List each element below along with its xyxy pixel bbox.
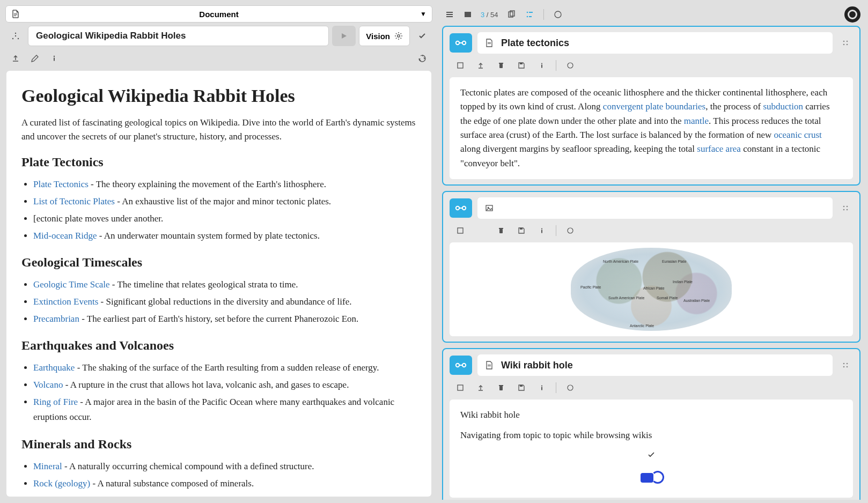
recycle-icon[interactable] xyxy=(561,380,580,395)
trash-icon[interactable] xyxy=(491,58,511,73)
document-content[interactable]: Geological Wikipedia Rabbit Holes A cura… xyxy=(6,71,431,497)
svg-rect-2 xyxy=(14,16,16,16)
info-icon[interactable] xyxy=(532,58,551,73)
svg-point-48 xyxy=(541,228,542,229)
recycle-icon[interactable] xyxy=(561,58,580,73)
edit-icon[interactable] xyxy=(26,49,44,68)
svg-rect-10 xyxy=(446,12,453,13)
svg-rect-17 xyxy=(529,12,533,13)
svg-rect-13 xyxy=(465,12,471,17)
svg-point-8 xyxy=(54,56,55,57)
checkbox-icon[interactable] xyxy=(451,58,470,73)
svg-rect-44 xyxy=(458,228,463,233)
card-title-bar[interactable]: Plate tectonics xyxy=(477,32,833,54)
confirm-button[interactable] xyxy=(413,26,431,46)
svg-rect-61 xyxy=(499,385,503,386)
svg-rect-64 xyxy=(541,387,542,390)
svg-point-43 xyxy=(847,209,848,211)
wiki-link[interactable]: Geologic Time Scale xyxy=(33,279,110,290)
drag-handle-icon[interactable] xyxy=(838,361,853,369)
checkbox-icon[interactable] xyxy=(451,223,470,238)
svg-rect-12 xyxy=(446,16,453,17)
right-toolbar: 3 / 54 xyxy=(438,3,865,26)
trash-icon[interactable] xyxy=(491,380,511,395)
section-heading: Geological Timescales xyxy=(21,255,416,270)
svg-rect-49 xyxy=(541,230,542,233)
upload-icon[interactable] xyxy=(6,49,25,68)
wiki-link[interactable]: Mineral xyxy=(33,461,62,471)
link-icon[interactable] xyxy=(450,356,472,375)
wiki-link[interactable]: oceanic crust xyxy=(774,130,822,140)
intro-paragraph: A curated list of fascinating geological… xyxy=(21,116,416,143)
wiki-link[interactable]: Extinction Events xyxy=(33,297,98,307)
wiki-link[interactable]: Volcano xyxy=(33,380,63,390)
card-body: North American Plate Pacific Plate South… xyxy=(450,242,853,336)
run-button[interactable] xyxy=(332,26,356,46)
vision-label: Vision xyxy=(366,32,390,41)
svg-rect-59 xyxy=(458,385,463,390)
wiki-link[interactable]: mantle xyxy=(684,116,709,126)
trash-icon[interactable] xyxy=(491,223,511,238)
save-icon[interactable] xyxy=(512,380,531,395)
wiki-link[interactable]: Earthquake xyxy=(33,363,75,373)
wiki-link[interactable]: Precambrian xyxy=(33,314,79,324)
card-title-bar[interactable]: Wiki rabbit hole xyxy=(477,354,833,376)
wiki-link[interactable]: Mid-ocean Ridge xyxy=(33,231,97,241)
link-icon[interactable] xyxy=(450,33,472,53)
wiki-link[interactable]: surface area xyxy=(697,144,741,154)
wiki-link[interactable]: convergent plate boundaries xyxy=(603,101,705,112)
list-item: Volcano - A rupture in the crust that al… xyxy=(33,378,416,393)
svg-rect-60 xyxy=(499,386,503,390)
vision-button[interactable]: Vision xyxy=(359,26,410,46)
sort-icon[interactable] xyxy=(522,7,537,22)
svg-rect-22 xyxy=(459,42,463,43)
svg-rect-31 xyxy=(499,63,503,64)
info-icon[interactable] xyxy=(532,380,551,395)
list-view-icon[interactable] xyxy=(442,7,457,22)
link-icon[interactable] xyxy=(450,198,472,218)
save-icon[interactable] xyxy=(512,58,531,73)
divider xyxy=(556,382,556,393)
info-icon[interactable] xyxy=(532,223,551,238)
copy-icon[interactable] xyxy=(504,7,519,22)
recycle-icon[interactable] xyxy=(550,7,565,22)
svg-point-58 xyxy=(847,366,848,368)
info-icon[interactable] xyxy=(45,49,63,68)
card-title: Wiki rabbit hole xyxy=(501,360,573,371)
wiki-link[interactable]: List of Tectonic Plates xyxy=(33,196,115,206)
list-item: Ring of Fire - A major area in the basin… xyxy=(33,395,416,425)
recycle-icon[interactable] xyxy=(561,223,580,238)
drag-handle-icon[interactable] xyxy=(838,204,853,212)
expand-icon[interactable] xyxy=(6,27,25,45)
divider xyxy=(543,9,544,20)
image-icon xyxy=(485,204,494,212)
wiki-link[interactable]: subduction xyxy=(763,101,803,112)
section-heading: Earthquakes and Volcanoes xyxy=(21,338,416,353)
document-title-input[interactable] xyxy=(28,26,329,46)
card-view-icon[interactable] xyxy=(460,7,475,22)
collapse-icon[interactable] xyxy=(471,380,490,395)
list-item: Mid-ocean Ridge - An underwater mountain… xyxy=(33,228,416,243)
drag-handle-icon[interactable] xyxy=(838,39,853,47)
wiki-link[interactable]: Ring of Fire xyxy=(33,397,78,407)
checkbox-icon[interactable] xyxy=(451,380,470,395)
svg-point-42 xyxy=(843,209,845,211)
svg-point-41 xyxy=(847,206,848,208)
wiki-link[interactable]: Rock (geology) xyxy=(33,478,90,489)
gear-icon xyxy=(394,32,403,40)
wiki-link[interactable]: Plate Tectonics xyxy=(33,179,89,189)
recycle-icon[interactable] xyxy=(413,49,431,68)
svg-point-56 xyxy=(847,363,848,365)
svg-rect-52 xyxy=(459,365,463,366)
document-type-selector[interactable]: Document ▼ xyxy=(5,5,432,23)
page-counter: 3 / 54 xyxy=(479,11,501,19)
card-title-bar[interactable] xyxy=(477,197,833,219)
app-logo[interactable] xyxy=(844,6,860,23)
list-item: Earthquake - The shaking of the surface … xyxy=(33,360,416,375)
section-heading: Plate Tectonics xyxy=(21,155,416,169)
svg-point-25 xyxy=(843,41,845,42)
save-icon[interactable] xyxy=(512,223,531,238)
check-icon xyxy=(460,449,842,463)
result-card: Wiki rabbit hole Wiki rabbit ho xyxy=(442,348,860,500)
collapse-icon[interactable] xyxy=(471,58,490,73)
